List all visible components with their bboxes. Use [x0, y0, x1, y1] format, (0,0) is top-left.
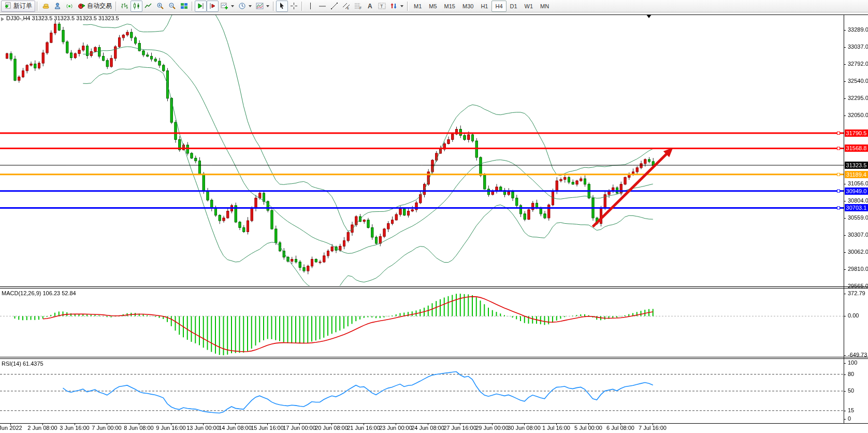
tile-windows-icon [180, 2, 188, 10]
indicators-button[interactable] [254, 1, 271, 12]
price-tick-label: 30307.0 [848, 232, 868, 238]
price-line-label: 31790.5 [845, 129, 868, 137]
time-label: Jun 2022 [0, 425, 22, 431]
bar-chart-icon [121, 2, 128, 10]
toolbar-separator [115, 2, 117, 11]
vertical-line-button[interactable] [305, 1, 316, 12]
chart-shift-button[interactable] [207, 1, 219, 12]
autotrading-button-label: 自动交易 [87, 2, 112, 10]
macd-tick-label: -649.73 [848, 352, 867, 358]
price-tick-label: 32295.0 [848, 95, 868, 101]
timeframe-button-mn[interactable]: MN [537, 1, 553, 12]
chart-shift-icon [209, 2, 216, 10]
time-label: 17 Jun 00:00 [283, 425, 316, 431]
macd-tick-label: 0.00 [848, 312, 859, 319]
dropdown-caret-icon[interactable] [400, 5, 403, 7]
horizontal-line-button[interactable] [316, 1, 328, 12]
arrows-button[interactable] [388, 1, 406, 12]
svg-text:T: T [380, 4, 383, 9]
signals-button[interactable] [64, 1, 76, 12]
svg-text:A: A [368, 3, 372, 10]
zoom-out-icon [168, 2, 176, 10]
price-tick-label: 29565.0 [848, 283, 868, 289]
fibonacci-button[interactable]: F [352, 1, 364, 12]
svg-text:F: F [359, 6, 361, 10]
new-chart-icon [221, 2, 228, 10]
time-label: 6 Jul 08:00 [606, 425, 634, 431]
time-label: 3 Jun 16:00 [60, 425, 90, 431]
time-label: 21 Jun 16:00 [347, 425, 380, 431]
trendline-icon [330, 2, 338, 10]
timeframe-button-w1[interactable]: W1 [521, 1, 537, 12]
chart-title: DJ30-,H4 31323.5 31323.5 31323.5 31323.5 [6, 15, 119, 21]
crosshair-button[interactable] [288, 1, 300, 12]
periods-button[interactable] [236, 1, 254, 12]
zoom-in-button[interactable] [154, 1, 166, 12]
autotrading-button[interactable]: 自动交易 [76, 1, 114, 12]
time-label: 27 Jun 16:00 [443, 425, 476, 431]
price-tick-label: 32792.0 [848, 61, 868, 67]
price-tick-label: 31056.0 [848, 180, 868, 186]
channel-button[interactable]: E [340, 1, 352, 12]
price-tick-label: 30062.0 [848, 249, 868, 255]
dropdown-caret-icon[interactable] [266, 5, 269, 7]
auto-scroll-button[interactable] [195, 1, 207, 12]
crosshair-icon [290, 2, 298, 10]
time-label: 7 Jul 16:00 [639, 425, 667, 431]
time-label: 2 Jun 08:00 [27, 425, 57, 431]
mt4-window: 新订单自动交易EFATM1M5M15M30H1H4D1W1MN 1 DJ30-,… [0, 0, 868, 433]
channel-icon: E [342, 2, 350, 10]
autotrading-icon [78, 2, 85, 10]
price-line-label: 30949.0 [845, 187, 868, 195]
timeframe-button-h4[interactable]: H4 [491, 1, 506, 12]
candlestick-button[interactable] [131, 1, 142, 12]
rsi-tick-label: 50 [848, 387, 854, 394]
indicators-icon [256, 2, 264, 10]
time-label: 23 Jun 00:00 [379, 425, 412, 431]
price-chart-canvas[interactable] [0, 0, 868, 433]
new-order-button[interactable]: 新订单 [1, 1, 35, 12]
time-label: 1 Jul 16:00 [542, 425, 570, 431]
timeframe-button-m30[interactable]: M30 [459, 1, 477, 12]
horizontal-line-icon [319, 2, 326, 10]
vertical-line-icon [307, 2, 314, 10]
market-watch-button[interactable] [40, 1, 52, 12]
timeframe-button-m5[interactable]: M5 [425, 1, 440, 12]
time-label: 13 Jun 00:00 [186, 425, 220, 431]
dropdown-caret-icon[interactable] [249, 5, 252, 7]
rsi-tick-label: 80 [848, 371, 854, 377]
tile-windows-button[interactable] [178, 1, 190, 12]
cursor-button[interactable] [276, 1, 288, 12]
toolbar: 新订单自动交易EFATM1M5M15M30H1H4D1W1MN [0, 0, 868, 12]
timeframe-button-m15[interactable]: M15 [441, 1, 459, 12]
time-label: 20 Jun 08:00 [315, 425, 348, 431]
trendline-button[interactable] [328, 1, 340, 12]
text-icon: A [366, 2, 374, 10]
new-chart-button[interactable] [219, 1, 236, 12]
one-click-trading-toggle[interactable] [1, 17, 4, 21]
label-button[interactable]: T [376, 1, 388, 12]
time-label: 5 Jul 00:00 [574, 425, 602, 431]
rsi-tick-label: 100 [848, 359, 857, 366]
line-chart-button[interactable] [142, 1, 154, 12]
timeframe-button-h1[interactable]: H1 [477, 1, 491, 12]
line-chart-icon [144, 2, 152, 10]
price-line-label: 31189.4 [845, 171, 868, 178]
bar-chart-button[interactable] [119, 1, 131, 12]
dropdown-caret-icon[interactable] [231, 5, 234, 7]
toolbar-separator [407, 2, 409, 11]
price-tick-label: 29810.0 [848, 266, 868, 272]
price-tick-label: 30804.0 [848, 197, 868, 204]
time-label: 9 Jun 16:00 [156, 425, 186, 431]
zoom-out-button[interactable] [166, 1, 178, 12]
time-label: 29 Jun 00:00 [475, 425, 509, 431]
navigator-button[interactable] [52, 1, 64, 12]
timeframe-button-m1[interactable]: M1 [410, 1, 425, 12]
cursor-icon [278, 2, 286, 10]
timeframe-button-d1[interactable]: D1 [507, 1, 521, 12]
new-order-icon [4, 2, 12, 10]
text-button[interactable]: A [364, 1, 376, 12]
price-tick-label: 32050.0 [848, 112, 868, 118]
price-line-label: 31568.8 [845, 145, 868, 152]
rsi-indicator-label: RSI(14) 61.4375 [2, 360, 44, 367]
